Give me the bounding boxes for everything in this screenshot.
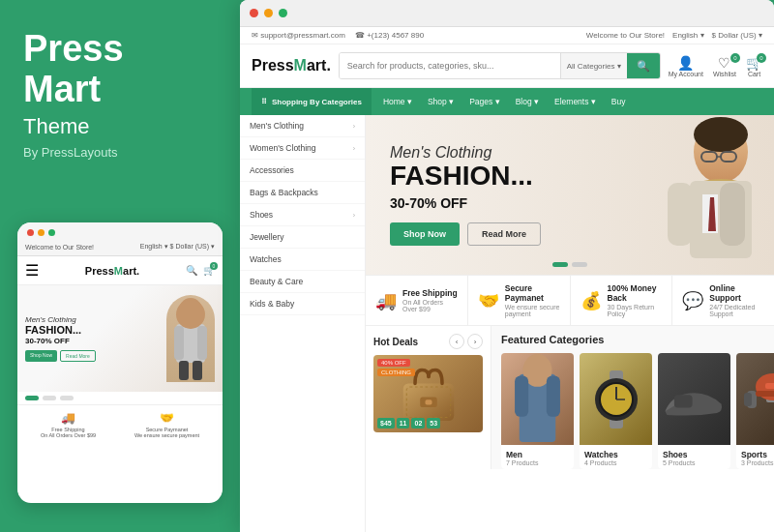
mobile-cart-icon[interactable]: 🛒0 (203, 265, 215, 276)
store-language-select[interactable]: English ▾ (672, 31, 703, 40)
category-shoes[interactable]: Shoes 5 Products (658, 353, 730, 469)
nav-shop[interactable]: Shop ▾ (420, 88, 461, 115)
mobile-dot-yellow (38, 229, 45, 236)
read-more-button[interactable]: Read More (467, 222, 541, 246)
deal-badge-discount: 40% OFF (377, 359, 410, 367)
sidebar-arrow-icon: › (353, 123, 355, 130)
handshake-icon: 🤝 (478, 290, 499, 311)
browser-dot-green[interactable] (279, 9, 287, 17)
svg-point-7 (694, 117, 748, 152)
brand-title-line1: Press (23, 29, 217, 70)
bottom-section: Hot Deals ‹ › (366, 326, 774, 469)
wishlist-badge: 0 (730, 53, 740, 63)
sidebar-item-shoes[interactable]: Shoes › (240, 204, 365, 226)
mobile-read-more-button[interactable]: Read More (60, 350, 96, 362)
sidebar-item-accessories[interactable]: Accessories (240, 160, 365, 182)
countdown-min: 11 (397, 418, 410, 429)
mobile-feature-payment: 🤝 Secure Paymanet We ensure secure payme… (134, 411, 199, 438)
feature-shipping-sub: On All Orders Over $99 (402, 299, 458, 312)
browser-dot-yellow[interactable] (264, 9, 273, 17)
mobile-indicator-2 (60, 396, 74, 400)
svg-rect-4 (179, 361, 189, 380)
category-watches-name: Watches (584, 450, 647, 459)
sidebar-item-watches[interactable]: Watches (240, 249, 365, 271)
shop-now-button[interactable]: Shop Now (390, 222, 460, 246)
search-input[interactable] (340, 53, 560, 78)
category-sports[interactable]: Sports 3 Products (736, 353, 774, 469)
hot-deals-next-button[interactable]: › (467, 334, 483, 349)
hero-dot-active (552, 262, 568, 267)
moneyback-icon: 💰 (580, 290, 602, 311)
category-shoes-label: Shoes 5 Products (658, 445, 730, 469)
mobile-topbar-right: English ▾ $ Dollar (US) ▾ (140, 243, 215, 251)
feature-support-sub: 24/7 Dedicated Support (709, 304, 764, 317)
nav-pages[interactable]: Pages ▾ (461, 88, 507, 115)
brand-by: By PressLayouts (23, 145, 217, 160)
search-bar[interactable]: All Categories ▾ 🔍 (339, 52, 661, 79)
nav-buy[interactable]: Buy (604, 88, 634, 115)
hero-dot-inactive (572, 262, 587, 267)
hot-deals-prev-button[interactable]: ‹ (449, 334, 464, 349)
nav-home[interactable]: Home ▾ (375, 88, 420, 115)
mobile-topbar: Welcome to Our Store! English ▾ $ Dollar… (17, 240, 223, 256)
svg-point-0 (178, 298, 203, 327)
svg-rect-14 (720, 183, 745, 246)
cart-button[interactable]: 🛒 0 Cart (746, 55, 762, 77)
feature-payment-sub: We ensure secure payment (505, 304, 560, 317)
svg-rect-23 (515, 376, 528, 417)
sidebar-item-bags[interactable]: Bags & Backpacks (240, 182, 365, 204)
svg-rect-5 (193, 361, 202, 380)
support-icon: 💬 (682, 290, 703, 311)
hot-deals-panel: Hot Deals ‹ › (366, 326, 491, 469)
svg-rect-19 (425, 399, 432, 404)
sidebar-accessories-label: Accessories (250, 165, 294, 175)
wishlist-button[interactable]: ♡ 0 Wishlist (713, 55, 736, 77)
mobile-logo: PressMart. (85, 265, 139, 277)
svg-rect-3 (197, 326, 207, 360)
mobile-hamburger-icon[interactable]: ☰ (25, 261, 39, 280)
mobile-features: 🚚 Free Shipping On All Orders Over $99 🤝… (17, 404, 223, 444)
feature-payment: 🤝 Secure Paymanet We ensure secure payme… (468, 276, 571, 325)
store-currency-select[interactable]: $ Dollar (US) ▾ (712, 31, 762, 40)
mobile-feature-payment-sub: We ensure secure payment (134, 432, 199, 438)
mobile-banner-big: FASHION... (25, 324, 166, 337)
browser-dot-red[interactable] (250, 9, 258, 17)
category-sports-label: Sports 3 Products (736, 445, 774, 469)
mobile-shop-now-button[interactable]: Shop Now (25, 350, 57, 362)
category-shoes-name: Shoes (663, 450, 726, 459)
search-button[interactable]: 🔍 (627, 53, 660, 78)
category-watches[interactable]: Watches 4 Products (580, 353, 652, 469)
category-watches-image (580, 353, 652, 445)
sidebar-item-beauty[interactable]: Beauty & Care (240, 271, 365, 293)
sidebar-item-kids[interactable]: Kids & Baby (240, 293, 365, 315)
feature-payment-text: Secure Paymanet We ensure secure payment (505, 283, 560, 317)
mobile-mockup: Welcome to Our Store! English ▾ $ Dollar… (17, 222, 223, 503)
store-header: PressMart. All Categories ▾ 🔍 👤 My Accou… (240, 44, 774, 88)
deal-countdown: $45 11 02 53 (377, 418, 440, 429)
mobile-banner-italic: Men's Clothing (25, 315, 166, 324)
svg-rect-32 (674, 395, 693, 407)
search-category-dropdown[interactable]: All Categories ▾ (560, 53, 627, 78)
sidebar-item-womens-clothing[interactable]: Women's Clothing › (240, 137, 365, 160)
mobile-truck-icon: 🚚 (41, 411, 96, 425)
sidebar-item-mens-clothing[interactable]: Men's Clothing › (240, 115, 365, 137)
mobile-banner-text: Men's Clothing FASHION... 30-70% OFF Sho… (25, 315, 166, 362)
deal-badge-category: CLOTHING (377, 369, 415, 376)
countdown-ms: 53 (427, 418, 440, 429)
sidebar-watches-label: Watches (250, 254, 282, 264)
my-account-button[interactable]: 👤 My Account (669, 55, 703, 77)
mobile-dots (17, 222, 223, 240)
nav-items: Home ▾ Shop ▾ Pages ▾ Blog ▾ Elements ▾ … (375, 88, 634, 115)
store-nav: ⠿ Shopping By Categories Home ▾ Shop ▾ P… (240, 88, 774, 115)
categories-dropdown-button[interactable]: ⠿ Shopping By Categories (252, 88, 372, 115)
brand-title: Press Mart Theme By PressLayouts (23, 29, 217, 160)
store-main: Men's Clothing FASHION... 30-70% OFF Sho… (366, 115, 774, 532)
nav-blog[interactable]: Blog ▾ (508, 88, 547, 115)
category-men[interactable]: Men 7 Products (501, 353, 574, 469)
sidebar-jewellery-label: Jewellery (250, 232, 283, 242)
mobile-search-icon[interactable]: 🔍 (186, 265, 197, 276)
sidebar-item-jewellery[interactable]: Jewellery (240, 226, 365, 249)
nav-elements[interactable]: Elements ▾ (547, 88, 604, 115)
left-panel: Press Mart Theme By PressLayouts Welcome… (0, 0, 240, 532)
sidebar-womens-label: Women's Clothing (250, 143, 316, 153)
